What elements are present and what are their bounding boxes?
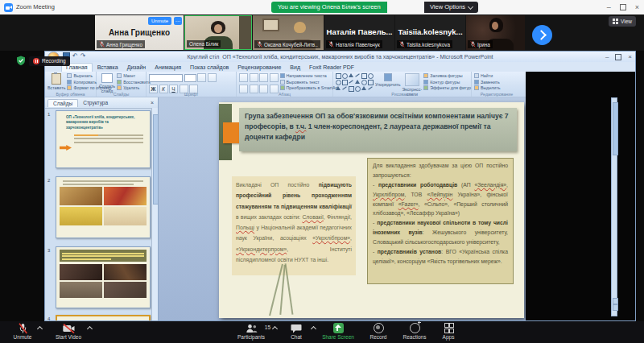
replace-button[interactable]: Заменить <box>474 80 500 85</box>
find-button[interactable]: Найти <box>474 73 500 78</box>
ribbon: Вставить Вырезать Копировать Формат по о… <box>45 72 526 97</box>
share-screen-icon <box>333 323 344 333</box>
shape-effects-button[interactable]: Эффекты для фигур <box>423 85 471 90</box>
video-tile-olena-active-speaker[interactable]: Олена Білик <box>184 15 252 50</box>
view-layout-button[interactable]: View <box>609 16 636 27</box>
shape-outline-button[interactable]: Контур фигуры <box>423 80 471 85</box>
reactions-button[interactable]: Reactions <box>396 323 433 340</box>
tab-design[interactable]: Дизайн <box>123 64 151 72</box>
tab-view[interactable]: Вид <box>286 64 304 72</box>
select-button[interactable]: Выделить <box>474 85 500 90</box>
panel-tab-slides[interactable]: Слайды <box>47 99 78 107</box>
layout-button[interactable]: Макет <box>117 73 151 78</box>
slide-thumbnail-4-selected[interactable] <box>56 315 151 321</box>
participant-label: Оксана Кочубей-Литв.. <box>254 40 320 48</box>
indent-increase-button[interactable] <box>270 73 279 82</box>
panel-tab-outline[interactable]: Структура <box>78 99 113 106</box>
participants-count: 15 <box>265 324 270 330</box>
shapes-gallery[interactable] <box>336 73 374 92</box>
more-options-button[interactable]: … <box>174 17 182 25</box>
video-tile-oksana[interactable]: Оксана Кочубей-Литв.. <box>253 15 324 50</box>
video-tile-natalia[interactable]: Наталія Павель... Наталія Павельчук <box>324 15 394 50</box>
video-strip: Анна Грищенко Unmute … Анна Грищенко Оле… <box>0 14 644 51</box>
video-off-icon <box>62 324 76 333</box>
arrange-button[interactable]: Упорядочить <box>375 73 401 87</box>
chat-icon <box>291 324 302 333</box>
group-label: Абзац <box>237 92 332 97</box>
align-text-button[interactable]: Выровнять текст <box>280 80 338 85</box>
tab-animation[interactable]: Анимация <box>151 64 185 72</box>
new-slide-button[interactable]: Создать слайд <box>99 73 115 93</box>
numbering-button[interactable] <box>250 73 258 82</box>
panel-scrollbar[interactable] <box>151 108 158 321</box>
record-button[interactable]: Record <box>362 323 394 340</box>
next-slide-button[interactable] <box>613 304 618 311</box>
align-text-icon <box>280 80 285 85</box>
start-video-button[interactable]: Start Video <box>45 323 92 340</box>
tab-insert[interactable]: Вставка <box>93 64 122 72</box>
thumbnail-title: ОП «Технології хліба, кондитерських, мак… <box>56 111 150 132</box>
person-face <box>214 24 222 33</box>
ppt-close-button[interactable]: × <box>628 53 632 60</box>
delete-slide-button[interactable]: Удалить <box>117 85 151 90</box>
video-tile-taisiia[interactable]: Taisiia.kolesnyk... Taisiia.kolesnykova <box>395 15 465 50</box>
apps-button[interactable]: Apps <box>435 323 462 340</box>
group-label: Слайды <box>97 92 146 97</box>
scrollbar-thumb[interactable] <box>613 102 618 155</box>
indent-decrease-button[interactable] <box>259 73 268 82</box>
participant-name-large: Анна Грищенко <box>95 28 184 37</box>
shape-effects-icon <box>423 85 428 90</box>
previous-slide-button[interactable] <box>613 298 618 304</box>
zoom-toolbar: Unmute Start Video 15 Participants Chat … <box>0 321 644 343</box>
bullets-button[interactable] <box>239 73 248 82</box>
shape-fill-icon <box>423 73 428 78</box>
text-direction-button[interactable]: Направление текста <box>280 73 338 78</box>
tab-slideshow[interactable]: Показ слайдов <box>186 64 233 72</box>
tab-review[interactable]: Рецензирование <box>233 64 285 72</box>
unmute-button[interactable]: Unmute <box>5 323 40 340</box>
participant-label: Наталія Павельчук <box>326 40 382 48</box>
participant-label: Олена Білик <box>187 40 221 48</box>
shape-fill-button[interactable]: Заливка фигуры <box>423 73 471 78</box>
muted-mic-icon <box>470 41 476 48</box>
unmute-participant-button[interactable]: Unmute <box>148 17 171 25</box>
reset-button[interactable]: Восстановить <box>117 80 151 85</box>
share-screen-button[interactable]: Share Screen <box>316 323 361 340</box>
participants-button[interactable]: 15 Participants <box>229 323 274 340</box>
slide-thumbnail-3[interactable] <box>56 246 151 308</box>
slide-thumbnail-1[interactable]: ОП «Технології хліба, кондитерських, мак… <box>56 110 151 168</box>
close-button[interactable]: × <box>635 3 639 11</box>
smartart-button[interactable]: Преобразовать в SmartArt <box>280 85 338 90</box>
video-tile-iryna[interactable]: Ірина <box>466 15 525 50</box>
canvas-scrollbar[interactable] <box>611 97 617 316</box>
ppt-minimize-button[interactable]: – <box>605 53 609 60</box>
view-options-button[interactable]: View Options <box>424 2 478 13</box>
redo-icon[interactable]: ↷ <box>80 52 86 60</box>
panel-close-button[interactable]: × <box>151 100 155 105</box>
powerpoint-titlebar: ↶ ↷ Круглий стіл_ОП «Технології хліба, к… <box>45 52 635 62</box>
shrink-font-button[interactable] <box>208 73 217 82</box>
paste-button[interactable]: Вставить <box>47 73 65 90</box>
font-size-select[interactable] <box>184 74 196 82</box>
next-participants-button[interactable] <box>532 25 552 45</box>
grid-view-icon <box>613 19 618 24</box>
group-label: Буфер обмена <box>45 92 96 97</box>
chat-button[interactable]: Chat <box>280 323 312 340</box>
ribbon-group-paragraph: Направление текста Выровнять текст Преоб… <box>237 72 333 97</box>
slide-thumbnail-2[interactable] <box>56 176 151 238</box>
video-tile-anna[interactable]: Анна Грищенко Unmute … Анна Грищенко <box>95 15 184 50</box>
right-textbox-item: - представників установ: ВГО «Українська… <box>373 247 508 267</box>
grow-font-button[interactable] <box>197 73 206 82</box>
font-name-select[interactable] <box>149 74 183 82</box>
chevron-right-icon <box>536 30 547 40</box>
right-textbox-item: - представники роботодавців (АП «Зееланд… <box>373 180 508 219</box>
arrow-bullet-icon <box>60 145 72 151</box>
slide-left-textbox: Викладачі ОП постійно підвищують професі… <box>232 176 356 275</box>
minimize-button[interactable]: – <box>607 3 611 11</box>
maximize-button[interactable] <box>620 4 626 10</box>
current-slide: Група забезпечення ОП за обов'язковими о… <box>219 102 524 318</box>
undo-icon[interactable]: ↶ <box>72 52 78 60</box>
ppt-maximize-button[interactable] <box>615 54 621 60</box>
tab-foxit[interactable]: Foxit Reader PDF <box>305 64 358 72</box>
slide-number: 1 <box>47 112 50 117</box>
